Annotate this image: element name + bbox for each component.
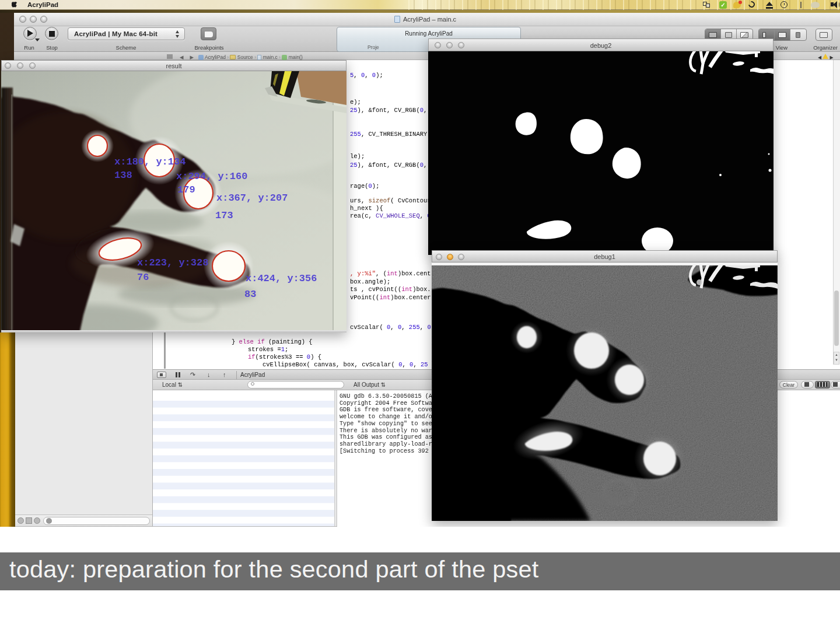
svg-text:x:223, y:328: x:223, y:328 [137, 257, 208, 268]
svg-text:138: 138 [114, 170, 132, 181]
svg-text:x:424, y:356: x:424, y:356 [246, 273, 317, 284]
svg-text:179: 179 [177, 184, 195, 195]
svg-text:173: 173 [215, 210, 233, 221]
svg-text:83: 83 [244, 289, 256, 300]
svg-text:76: 76 [137, 272, 149, 283]
svg-text:x:180, y:134: x:180, y:134 [114, 156, 186, 167]
svg-text:x:367, y:207: x:367, y:207 [216, 192, 288, 204]
svg-text:x:294, y:160: x:294, y:160 [176, 171, 247, 182]
